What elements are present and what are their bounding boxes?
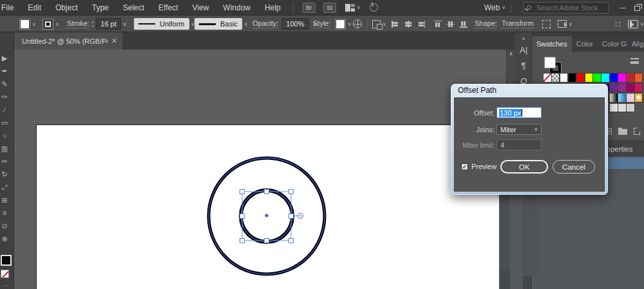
swatch-3-8[interactable] — [610, 104, 618, 112]
selection-handle-5[interactable] — [240, 239, 245, 243]
stroke-weight-value[interactable]: 16 pt — [96, 18, 120, 30]
panel-tab-align[interactable]: Align — [627, 36, 644, 52]
selection-handle-1[interactable] — [265, 190, 269, 194]
opacity-value[interactable]: 100% — [281, 18, 308, 30]
swatch-0-7[interactable] — [601, 74, 609, 82]
swatch-2-11[interactable] — [635, 94, 643, 102]
menu-edit[interactable]: Edit — [21, 0, 48, 15]
tool-icon-12[interactable]: ≡ — [0, 206, 12, 219]
arrange-documents-icon[interactable] — [345, 4, 355, 12]
tool-icon-9[interactable]: ↻ — [0, 168, 12, 181]
expand-panels-icon[interactable]: « — [515, 35, 532, 42]
dock-toggle-icon[interactable] — [628, 20, 638, 28]
swatch-0-3[interactable] — [569, 74, 576, 82]
tool-icon-7[interactable]: ▥ — [0, 142, 12, 155]
selection-handle-3[interactable] — [240, 214, 245, 219]
menu-view[interactable]: View — [185, 0, 216, 15]
swatch-0-0[interactable] — [544, 74, 551, 82]
panel-menu-icon[interactable] — [630, 58, 639, 64]
width-profile-dropdown[interactable]: Uniform — [134, 18, 189, 30]
minimize-button[interactable]: ─ — [616, 0, 630, 15]
selection-handle-2[interactable] — [289, 190, 294, 194]
panel-tab-swatches[interactable]: Swatches — [532, 36, 572, 52]
fill-color-swatch[interactable] — [19, 19, 30, 30]
brush-chevron-icon[interactable]: ∨ — [244, 21, 248, 27]
canvas-area[interactable]: ∧ — [14, 50, 515, 289]
fill-chevron-icon[interactable]: ∨ — [32, 21, 36, 27]
swatch-0-2[interactable] — [560, 74, 568, 82]
stock-button[interactable]: St — [323, 3, 336, 13]
bounding-box-icon[interactable] — [542, 20, 551, 28]
swatch-3-10[interactable] — [627, 104, 634, 112]
workspace-chevron-icon[interactable]: ∨ — [502, 5, 506, 10]
tool-icon-11[interactable]: ⊞ — [0, 194, 12, 206]
isolate-icon[interactable] — [372, 20, 381, 28]
document-tab[interactable]: Untitled-2* @ 50% (RGB/Preview) ✕ — [14, 32, 122, 50]
align-left-icon[interactable] — [392, 21, 399, 28]
swatch-0-6[interactable] — [593, 74, 601, 82]
miter-limit-field[interactable]: 4 — [497, 139, 542, 150]
tool-icon-4[interactable]: ∕ — [0, 103, 12, 116]
isolate-chevron-icon[interactable]: ∨ — [383, 21, 386, 27]
selection-handle-0[interactable] — [240, 190, 245, 194]
style-label[interactable]: Style: — [313, 19, 331, 28]
paragraph-panel-icon[interactable]: ¶ — [515, 61, 532, 70]
align-right-icon[interactable] — [417, 21, 425, 28]
new-swatch-icon[interactable] — [634, 128, 640, 135]
transform-label[interactable]: Transform — [502, 19, 534, 28]
tool-icon-10[interactable]: ⤢ — [0, 181, 12, 194]
selection-handle-7[interactable] — [289, 239, 294, 243]
workspace-switcher[interactable]: Web — [484, 3, 500, 12]
stroke-weight-chevron-icon[interactable]: ∨ — [123, 21, 127, 27]
dock-chevron-icon[interactable]: ∨ — [640, 21, 644, 27]
character-panel-icon[interactable]: A| — [515, 45, 532, 55]
stroke-stepper[interactable]: ∧∨ — [91, 20, 94, 28]
new-color-group-icon[interactable] — [618, 129, 627, 135]
menu-help[interactable]: Help — [258, 0, 288, 15]
tool-icon-13[interactable]: ⊙ — [0, 219, 12, 232]
brush-dropdown[interactable]: Basic — [194, 18, 242, 30]
swatch-0-9[interactable] — [618, 74, 626, 82]
menu-select[interactable]: Select — [116, 0, 151, 15]
joins-select[interactable]: Miter ∨ — [497, 124, 542, 135]
close-icon[interactable]: ✕ — [111, 37, 117, 45]
graphic-style-icon[interactable] — [558, 20, 567, 28]
tool-icon-14[interactable]: ⊕ — [0, 232, 12, 245]
menu-type[interactable]: Type — [85, 0, 116, 15]
align-top-icon[interactable] — [434, 21, 442, 28]
grid-icon[interactable]: ∷ — [615, 19, 621, 29]
offset-input[interactable]: 130 px — [497, 107, 542, 118]
swatch-3-9[interactable] — [618, 104, 626, 112]
selection-handle-6[interactable] — [265, 239, 269, 243]
stroke-color-swatch[interactable] — [43, 19, 53, 30]
tool-icon-5[interactable]: ▭ — [0, 116, 12, 129]
toolbar-more-icon[interactable]: … — [3, 281, 8, 287]
tool-icon-1[interactable]: ✒ — [0, 65, 12, 77]
tool-icon-8[interactable]: ✂ — [0, 155, 12, 168]
shape-label[interactable]: Shape: — [475, 19, 497, 28]
swatch-2-9[interactable] — [618, 94, 626, 102]
toolbar-stroke-none[interactable] — [1, 270, 9, 278]
swatch-1-10[interactable] — [627, 84, 634, 92]
style-swatch[interactable] — [335, 19, 346, 30]
menu-effect[interactable]: Effect — [151, 0, 185, 15]
align-bottom-icon[interactable] — [460, 21, 468, 28]
cancel-button[interactable]: Cancel — [553, 160, 595, 174]
swatch-1-9[interactable] — [618, 84, 626, 92]
chevron-down-icon[interactable]: ∨ — [357, 5, 361, 10]
panel-fill-proxy[interactable] — [544, 57, 556, 68]
restore-button[interactable] — [630, 0, 644, 15]
toolbar-fill-proxy[interactable] — [1, 255, 12, 266]
swatch-0-4[interactable] — [577, 74, 585, 82]
swatch-2-8[interactable] — [610, 94, 618, 102]
swatch-0-8[interactable] — [610, 74, 618, 82]
panel-tab-color[interactable]: Color — [572, 36, 598, 52]
menu-object[interactable]: Object — [48, 0, 85, 15]
stroke-weight-label[interactable]: Stroke: — [67, 19, 90, 28]
menu-file[interactable]: File — [0, 0, 21, 15]
swatch-1-11[interactable] — [635, 84, 643, 92]
swatch-0-5[interactable] — [585, 74, 593, 82]
swatch-0-10[interactable] — [627, 74, 634, 82]
align-v-center-icon[interactable] — [447, 21, 455, 28]
tool-icon-3[interactable]: ✏ — [0, 90, 12, 103]
